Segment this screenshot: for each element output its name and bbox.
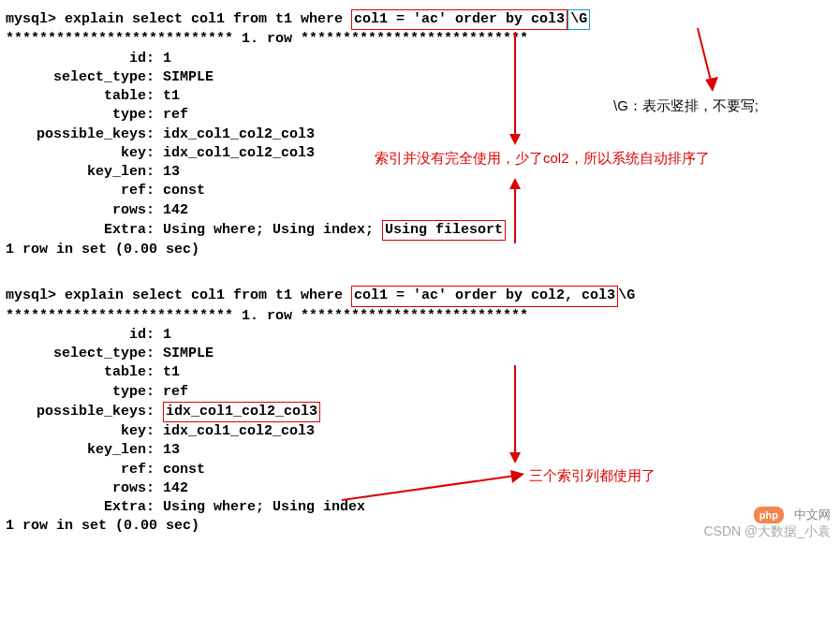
sql-where-box: col1 = 'ac' order by col3 [351, 9, 567, 30]
row-header: *************************** 1. row *****… [6, 307, 834, 326]
kv-key-len: key_len: 13 [6, 441, 834, 460]
possible-keys-box: idx_col1_col2_col3 [163, 402, 320, 422]
query2-block: mysql> explain select col1 from t1 where… [6, 286, 834, 536]
sql-pre: explain select col1 from t1 where [65, 287, 351, 303]
annotation-g-note: \G：表示竖排，不要写; [613, 97, 759, 115]
annotation-index-not-full: 索引并没有完全使用，少了col2，所以系统自动排序了 [375, 150, 710, 168]
query1-sql-line: mysql> explain select col1 from t1 where… [6, 9, 834, 30]
kv-table: table: t1 [6, 363, 834, 382]
kv-select-type: select_type: SIMPLE [6, 345, 834, 363]
kv-ref: ref: const [6, 461, 834, 479]
kv-id: id: 1 [6, 50, 834, 68]
prompt: mysql> [6, 287, 65, 303]
kv-type: type: ref [6, 383, 834, 402]
php-site-text: 中文网 [794, 507, 831, 523]
sql-where-box: col1 = 'ac' order by col2, col3 [351, 286, 618, 306]
kv-select-type: select_type: SIMPLE [6, 68, 834, 87]
extra-filesort-box: Using filesort [382, 220, 506, 241]
kv-id: id: 1 [6, 326, 834, 345]
kv-extra: Extra: Using where; Using index; Using f… [6, 220, 834, 241]
prompt: mysql> [6, 11, 65, 27]
sql-g: \G [618, 287, 635, 303]
kv-rows: rows: 142 [6, 201, 834, 220]
annotation-all-used: 三个索引列都使用了 [529, 467, 656, 485]
sql-g-box: \G [567, 9, 590, 30]
query2-sql-line: mysql> explain select col1 from t1 where… [6, 286, 834, 306]
query1-block: mysql> explain select col1 from t1 where… [6, 9, 834, 259]
row-header: *************************** 1. row *****… [6, 30, 834, 49]
php-badge: php [754, 507, 784, 523]
csdn-watermark: CSDN @大数据_小袁 [703, 523, 831, 540]
kv-key: key: idx_col1_col2_col3 [6, 422, 834, 441]
kv-ref: ref: const [6, 182, 834, 200]
sql-pre: explain select col1 from t1 where [65, 11, 351, 27]
kv-possible-keys: possible_keys: idx_col1_col2_col3 [6, 402, 834, 422]
kv-extra: Extra: Using where; Using index [6, 498, 834, 517]
kv-possible-keys: possible_keys: idx_col1_col2_col3 [6, 125, 834, 144]
kv-rows: rows: 142 [6, 479, 834, 498]
query1-footer: 1 row in set (0.00 sec) [6, 241, 834, 259]
